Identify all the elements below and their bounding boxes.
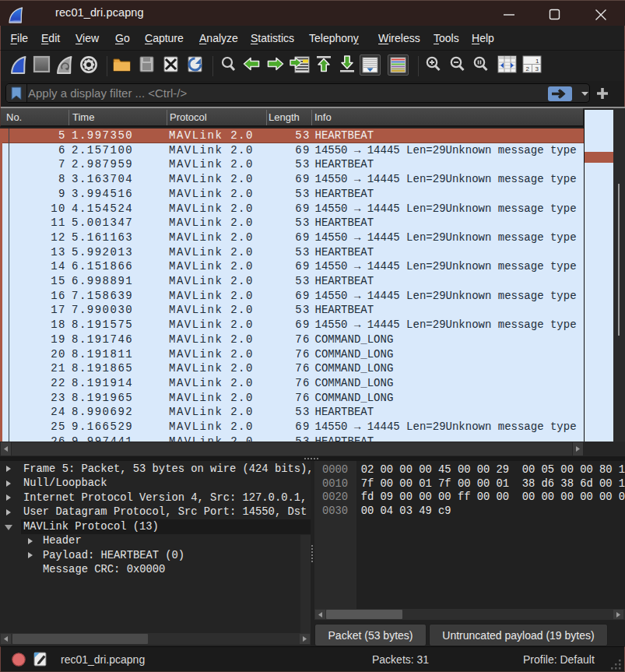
- svg-text:3: 3: [535, 65, 539, 72]
- svg-text:2: 2: [526, 65, 530, 72]
- svg-text:1: 1: [535, 58, 539, 65]
